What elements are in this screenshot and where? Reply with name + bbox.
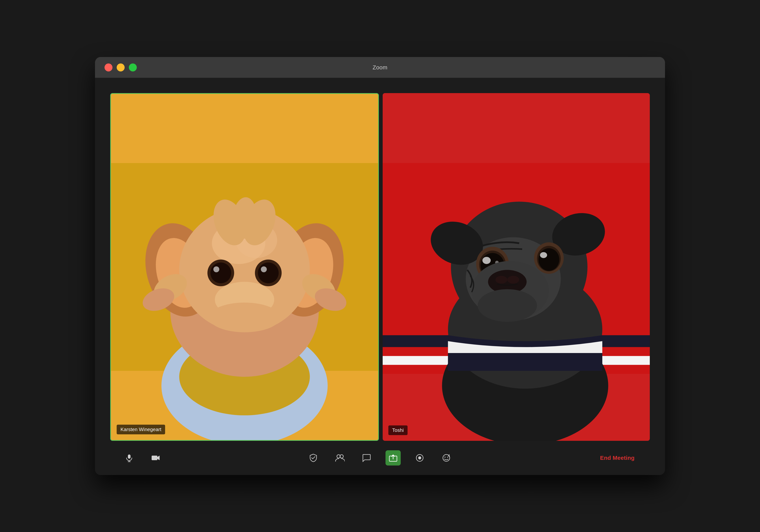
video-icon (151, 454, 160, 462)
svg-point-46 (539, 248, 559, 271)
toshi-name: Toshi (388, 425, 407, 435)
record-icon (415, 454, 424, 462)
zoom-window: Zoom (95, 57, 665, 475)
svg-point-47 (540, 252, 547, 258)
titlebar: Zoom (95, 57, 665, 78)
content-area: Karsten Winegeart (95, 78, 665, 475)
video-tile-toshi: Toshi (383, 93, 650, 441)
toshi-video (383, 93, 650, 441)
participants-button[interactable] (332, 450, 348, 465)
karsten-video (111, 94, 378, 440)
traffic-lights (105, 64, 137, 72)
svg-point-51 (507, 276, 519, 284)
svg-point-64 (447, 457, 448, 458)
svg-point-18 (258, 263, 278, 283)
record-button[interactable] (412, 450, 427, 465)
maximize-button[interactable] (129, 64, 137, 72)
svg-point-16 (214, 266, 219, 272)
video-button[interactable] (148, 450, 164, 465)
reactions-button[interactable] (439, 450, 454, 465)
toolbar: End Meeting (110, 441, 650, 475)
close-button[interactable] (105, 64, 113, 72)
mute-button[interactable] (121, 450, 137, 465)
mic-icon (125, 454, 133, 462)
svg-point-23 (209, 303, 280, 332)
svg-point-15 (210, 263, 231, 283)
svg-point-19 (261, 266, 267, 272)
toolbar-center (306, 450, 454, 465)
reactions-icon (442, 454, 451, 462)
video-tile-karsten: Karsten Winegeart (110, 93, 379, 441)
end-meeting-button[interactable]: End Meeting (596, 452, 639, 464)
svg-point-61 (418, 457, 421, 459)
share-screen-button[interactable] (386, 450, 401, 465)
svg-point-63 (445, 457, 446, 458)
security-icon (309, 454, 317, 462)
chat-button[interactable] (359, 450, 374, 465)
window-title: Zoom (373, 64, 387, 71)
toolbar-right: End Meeting (596, 452, 639, 464)
svg-point-50 (496, 276, 507, 284)
minimize-button[interactable] (117, 64, 125, 72)
chat-icon (362, 454, 371, 462)
svg-point-52 (478, 289, 537, 322)
svg-rect-53 (128, 455, 130, 459)
share-icon (389, 454, 397, 462)
video-grid: Karsten Winegeart (110, 93, 650, 441)
svg-point-42 (482, 257, 491, 264)
security-button[interactable] (306, 450, 321, 465)
participants-icon (335, 454, 345, 462)
toolbar-left (121, 450, 164, 465)
karsten-name: Karsten Winegeart (117, 425, 165, 434)
svg-rect-56 (152, 456, 157, 460)
